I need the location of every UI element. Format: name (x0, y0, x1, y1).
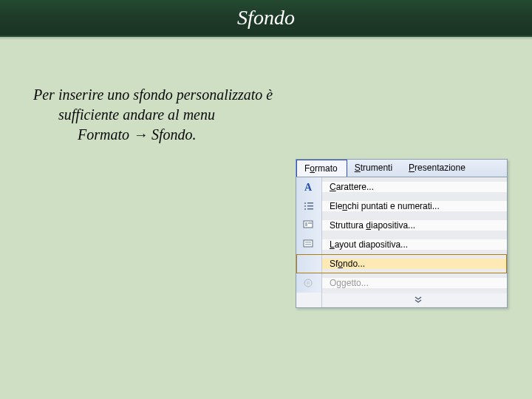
svg-rect-11 (305, 242, 311, 243)
body-line3-arrow: → (133, 126, 148, 143)
svg-point-3 (304, 205, 306, 207)
struttura-post: iapositiva... (371, 220, 415, 231)
menu-item-layout[interactable]: Layout diapositiva... (296, 235, 507, 254)
menubar-strumenti-post: trumenti (361, 163, 392, 173)
elenchi-post: chi puntati e numerati... (347, 201, 440, 211)
layout-icon-gutter (296, 235, 322, 254)
elenchi-icon-gutter (296, 197, 322, 216)
menubar-formato-post: rmato (315, 163, 338, 174)
sfondo-post: ndo... (343, 259, 365, 269)
menubar-strumenti-accel: S (355, 163, 361, 173)
menu-label-layout: Layout diapositiva... (322, 239, 507, 250)
menubar-item-strumenti[interactable]: Strumenti (347, 160, 401, 177)
menu-label-carattere: Carattere... (322, 182, 507, 192)
menu-label-struttura: Struttura diapositiva... (322, 220, 507, 231)
oggetto-post: getto... (341, 278, 369, 288)
menu-item-carattere[interactable]: A Carattere... (296, 177, 507, 197)
menu-item-struttura[interactable]: Struttura diapositiva... (296, 216, 507, 235)
body-line3-part1: Formato (78, 126, 133, 143)
body-line1: Per inserire uno sfondo personalizzato è (33, 85, 292, 105)
svg-rect-9 (308, 222, 312, 224)
svg-text:A: A (304, 182, 313, 193)
svg-rect-4 (307, 205, 313, 207)
menubar-item-formato[interactable]: Formato (296, 160, 347, 177)
oggetto-icon-gutter (296, 273, 322, 293)
svg-point-1 (304, 202, 306, 204)
chevron-double-down-icon (412, 293, 425, 307)
svg-rect-10 (304, 240, 313, 247)
layout-accel: L (330, 239, 335, 250)
slide-layout-icon (302, 238, 316, 251)
elenchi-pre: Ele (330, 201, 342, 211)
menu-expander[interactable] (296, 293, 507, 307)
menubar-presentazione-accel: P (409, 163, 415, 173)
menu-item-oggetto[interactable]: Oggetto... (296, 273, 507, 293)
menu-item-elenchi[interactable]: Elenchi puntati e numerati... (296, 197, 507, 216)
carattere-icon-gutter: A (296, 177, 322, 197)
sfondo-pre: Sf (330, 259, 338, 269)
font-icon: A (302, 180, 316, 194)
expander-label (322, 293, 507, 307)
menubar-item-presentazione[interactable]: Presentazione (401, 160, 474, 177)
menu-label-sfondo: Sfondo... (322, 259, 507, 269)
svg-rect-2 (307, 202, 313, 204)
slide-design-icon (302, 219, 316, 232)
slide-header: Sfondo (0, 0, 532, 37)
svg-rect-12 (305, 244, 311, 245)
carattere-post: arattere... (336, 182, 374, 192)
carattere-accel: C (330, 182, 336, 192)
slide-title: Sfondo (0, 0, 532, 35)
sfondo-icon-gutter (296, 254, 322, 273)
menubar-presentazione-post: resentazione (415, 163, 466, 173)
menu-item-sfondo[interactable]: Sfondo... (296, 254, 507, 273)
body-line3-part2: Sfondo. (148, 126, 197, 143)
oggetto-pre: O (330, 278, 336, 288)
expander-gutter (296, 293, 322, 307)
menu-label-elenchi: Elenchi puntati e numerati... (322, 201, 507, 211)
svg-point-5 (304, 208, 306, 210)
menubar: Formato Strumenti Presentazione (296, 160, 507, 177)
svg-rect-6 (307, 208, 313, 210)
svg-rect-7 (304, 221, 313, 228)
struttura-icon-gutter (296, 216, 322, 235)
body-line3: Formato → Sfondo. (33, 125, 292, 145)
layout-post: ayout diapositiva... (335, 239, 408, 250)
svg-rect-8 (305, 222, 307, 226)
svg-rect-14 (307, 282, 310, 284)
object-icon (302, 276, 316, 290)
body-line2: sufficiente andare al menu (33, 105, 292, 125)
menu-label-oggetto: Oggetto... (322, 278, 507, 288)
menu-screenshot: Formato Strumenti Presentazione A Caratt… (296, 159, 508, 308)
header-shadow (0, 35, 532, 40)
slide-body-text: Per inserire uno sfondo personalizzato è… (33, 85, 292, 145)
list-icon (302, 200, 316, 213)
struttura-pre: Struttura (330, 220, 366, 231)
dropdown-menu: A Carattere... Elenchi puntati e numer (296, 177, 507, 307)
